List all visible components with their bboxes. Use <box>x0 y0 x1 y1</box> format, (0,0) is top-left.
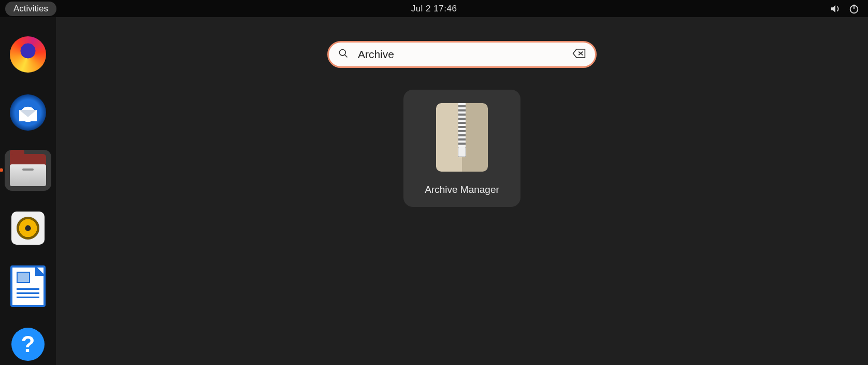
search-icon <box>338 48 349 61</box>
activities-overview: Archive Manager <box>56 17 868 365</box>
archive-manager-icon <box>436 103 488 172</box>
result-archive-manager[interactable]: Archive Manager <box>403 90 520 207</box>
clock[interactable]: Jul 2 17:46 <box>411 4 457 14</box>
dock: ? <box>0 17 56 365</box>
firefox-icon <box>10 36 46 73</box>
dock-item-help[interactable]: ? <box>5 324 51 365</box>
power-icon[interactable] <box>848 3 860 15</box>
activities-button[interactable]: Activities <box>5 2 56 16</box>
svg-line-3 <box>345 55 348 58</box>
files-icon <box>10 154 46 186</box>
result-label: Archive Manager <box>425 184 499 195</box>
volume-icon[interactable] <box>830 3 841 15</box>
dock-item-thunderbird[interactable] <box>5 92 51 133</box>
search-bar[interactable] <box>327 41 597 68</box>
dock-item-firefox[interactable] <box>5 34 51 75</box>
system-tray[interactable] <box>830 3 860 15</box>
dock-item-files[interactable] <box>5 150 51 191</box>
search-results: Archive Manager <box>403 90 520 207</box>
search-input[interactable] <box>357 48 572 61</box>
thunderbird-icon <box>10 94 46 131</box>
dock-item-rhythmbox[interactable] <box>5 207 51 249</box>
top-bar: Activities Jul 2 17:46 <box>0 0 868 17</box>
svg-point-2 <box>340 50 346 56</box>
help-icon: ? <box>11 328 45 361</box>
speaker-icon <box>11 212 45 245</box>
writer-icon <box>10 265 46 307</box>
clear-icon[interactable] <box>572 48 586 61</box>
dock-item-libreoffice-writer[interactable] <box>5 265 51 307</box>
